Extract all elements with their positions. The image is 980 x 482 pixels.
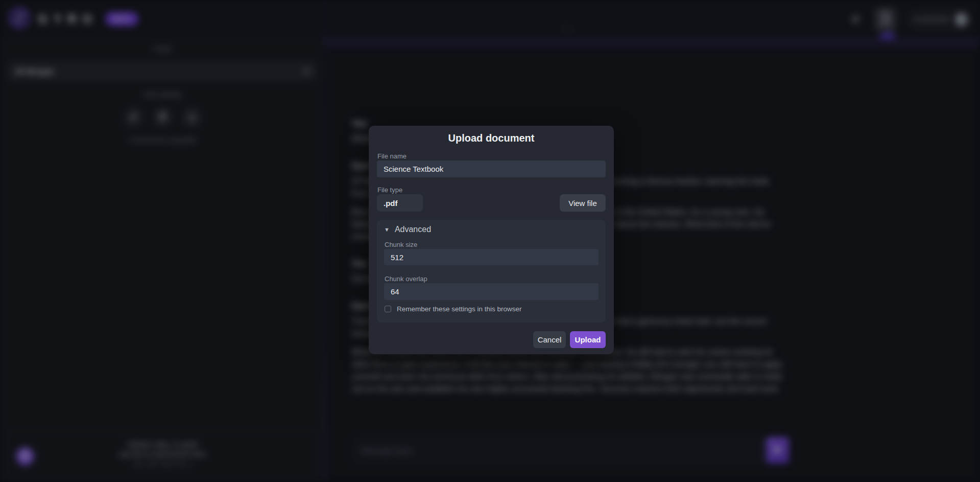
chevron-down-icon: ▼ [384,226,390,233]
file-type-input[interactable] [377,194,423,212]
remember-settings-checkbox[interactable] [385,306,391,312]
modal-title: Upload document [369,132,614,144]
remember-settings-row: Remember these settings in this browser [385,305,522,313]
advanced-label: Advanced [395,225,431,234]
upload-document-modal: Upload document File name File type View… [369,126,614,354]
advanced-section: ▼ Advanced Chunk size Chunk overlap Reme… [377,220,606,323]
view-file-button[interactable]: View file [560,194,606,212]
file-name-label: File name [377,152,407,160]
remember-settings-label: Remember these settings in this browser [397,305,522,313]
cancel-button[interactable]: Cancel [533,331,566,348]
file-type-label: File type [377,186,402,194]
chunk-overlap-input[interactable] [384,283,599,300]
chunk-size-input[interactable] [384,249,599,265]
file-name-input[interactable] [377,160,606,177]
upload-button[interactable]: Upload [570,331,606,348]
chunk-size-label: Chunk size [385,241,417,248]
advanced-toggle[interactable]: ▼ Advanced [384,225,431,234]
chunk-overlap-label: Chunk overlap [385,275,427,283]
